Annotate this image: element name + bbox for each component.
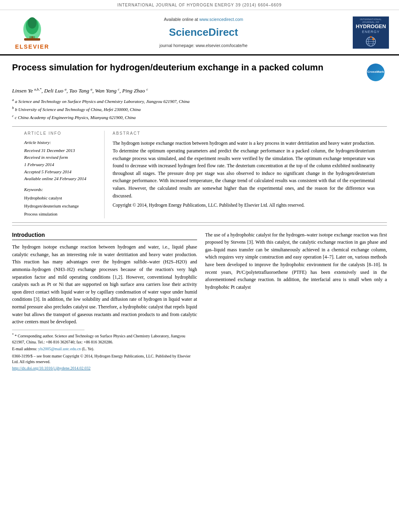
svg-rect-4: [24, 38, 40, 41]
affiliation-b: b b University of Science and Technology…: [12, 105, 387, 113]
received-date: Received 31 December 2013: [24, 147, 98, 154]
footnote-divider: [12, 330, 84, 330]
elsevier-name: ELSEVIER: [15, 43, 49, 51]
abstract-body: The hydrogen isotope exchange reaction b…: [113, 140, 375, 209]
crossmark-icon: CrossMark: [367, 64, 385, 81]
affiliations: a a Science and Technology on Surface Ph…: [12, 97, 387, 121]
keywords-title: Keywords:: [24, 187, 98, 193]
journal-header: ELSEVIER Available online at www.science…: [0, 10, 399, 55]
introduction-text: The hydrogen isotope exchange reaction b…: [12, 243, 197, 326]
revised-date: 1 February 2014: [24, 161, 98, 168]
affiliation-a: a a Science and Technology on Surface Ph…: [12, 97, 387, 105]
doi-line: http://dx.doi.org/10.1016/j.ijhydene.201…: [12, 366, 197, 371]
keywords-list: Hydrophobic catalyst Hydrogen/deuterium …: [24, 194, 98, 218]
intro-paragraph-1: The hydrogen isotope exchange reaction b…: [12, 243, 197, 326]
article-info-header: ARTICLE INFO: [24, 131, 98, 136]
sciencedirect-url[interactable]: www.sciencedirect.com: [199, 17, 243, 22]
abstract-column: ABSTRACT The hydrogen isotope exchange r…: [113, 131, 375, 218]
article-title-container: Process simulation for hydrogen/deuteriu…: [12, 62, 363, 74]
svg-point-3: [28, 17, 37, 29]
article-title-section: Process simulation for hydrogen/deuteriu…: [0, 55, 399, 85]
intro-right-text: The use of a hydrophobic catalyst for th…: [205, 231, 387, 291]
authors-section: Linsen Ye a,b,*, Deli Luo a, Tao Tang a,…: [0, 85, 399, 124]
elsevier-tree-icon: [14, 14, 50, 42]
email-link[interactable]: yls2005@mail.ustc.edu.cn: [38, 347, 81, 351]
received-revised-label: Received in revised form: [24, 154, 98, 161]
accepted-date: Accepted 5 February 2014: [24, 168, 98, 176]
left-column: Introduction The hydrogen isotope exchan…: [12, 231, 197, 371]
article-history: Article history: Received 31 December 20…: [24, 140, 98, 182]
journal-title-bar: INTERNATIONAL JOURNAL OF HYDROGEN ENERGY…: [117, 3, 282, 7]
crossmark-label: CrossMark: [367, 70, 384, 74]
available-date: Available online 24 February 2014: [24, 175, 98, 183]
elsevier-logo: ELSEVIER: [8, 14, 56, 51]
email-line: E-mail address: yls2005@mail.ustc.edu.cn…: [12, 346, 197, 352]
right-column: The use of a hydrophobic catalyst for th…: [205, 231, 387, 371]
keywords-section: Keywords: Hydrophobic catalyst Hydrogen/…: [24, 187, 98, 218]
corresponding-text: * Corresponding author. Science and Tech…: [12, 334, 185, 344]
svg-point-11: [372, 38, 374, 40]
journal-logo: INTERNATIONAL JOURNAL OF HYDROGEN ENERGY: [351, 14, 391, 51]
journal-hydrogen-label: HYDROGEN: [356, 24, 386, 29]
doi-link[interactable]: http://dx.doi.org/10.1016/j.ijhydene.201…: [12, 366, 90, 370]
keyword-3: Process simulation: [24, 210, 98, 218]
abstract-header: ABSTRACT: [113, 131, 375, 136]
article-title: Process simulation for hydrogen/deuteriu…: [12, 62, 363, 74]
email-label: E-mail address:: [12, 347, 37, 351]
main-content: Introduction The hydrogen isotope exchan…: [0, 226, 399, 375]
journal-logo-box: INTERNATIONAL JOURNAL OF HYDROGEN ENERGY: [353, 16, 389, 49]
journal-energy-label: ENERGY: [362, 29, 380, 35]
copyright-text: Copyright © 2014, Hydrogen Energy Public…: [113, 202, 375, 209]
intro-paragraph-2: The use of a hydrophobic catalyst for th…: [205, 231, 387, 291]
article-info-abstract-section: ARTICLE INFO Article history: Received 3…: [12, 126, 387, 222]
journal-header-bar: INTERNATIONAL JOURNAL OF HYDROGEN ENERGY…: [0, 0, 399, 10]
sciencedirect-logo: ScienceDirect: [169, 25, 238, 39]
journal-homepage-link: journal homepage: www.elsevier.com/locat…: [160, 43, 248, 49]
keyword-2: Hydrogen/deuterium exchange: [24, 202, 98, 210]
header-center: Available online at www.sciencedirect.co…: [60, 14, 347, 51]
introduction-title: Introduction: [12, 231, 197, 240]
issn-line: 0360-3199/$ – see front matter Copyright…: [12, 353, 197, 365]
journal-globe-icon: [365, 36, 377, 47]
keyword-1: Hydrophobic catalyst: [24, 194, 98, 202]
journal-intl-label: INTERNATIONAL JOURNAL OF: [354, 18, 387, 24]
available-online-text: Available online at www.sciencedirect.co…: [164, 16, 243, 23]
history-title: Article history:: [24, 140, 98, 146]
article-info-column: ARTICLE INFO Article history: Received 3…: [24, 131, 105, 218]
svg-point-12: [370, 36, 372, 38]
authors-list: Linsen Ye a,b,*, Deli Luo a, Tao Tang a,…: [12, 87, 387, 95]
footnote-corresponding: * * Corresponding author. Science and Te…: [12, 333, 197, 352]
affiliation-c: c c China Academy of Engineering Physics…: [12, 113, 387, 121]
abstract-content: The hydrogen isotope exchange reaction b…: [113, 140, 375, 198]
corresponding-author: * * Corresponding author. Science and Te…: [12, 333, 197, 345]
crossmark-badge: CrossMark: [367, 64, 387, 81]
email-suffix: (L. Ye).: [82, 347, 95, 351]
